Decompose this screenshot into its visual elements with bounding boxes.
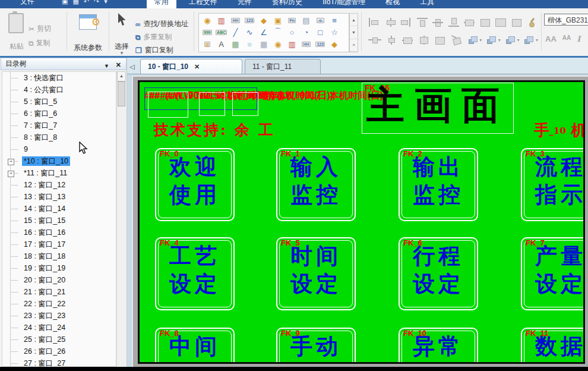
move-up-button-caret-icon[interactable]: ▾ xyxy=(498,37,501,43)
find-replace-address-button[interactable]: ∞查找/替换地址 xyxy=(135,19,188,29)
tree-item-23-23[interactable]: 23 : 窗口_23 xyxy=(2,310,116,322)
italic-button[interactable]: I xyxy=(577,34,580,43)
scale-icon[interactable]: ||| xyxy=(200,38,214,50)
decrease-font-size-button[interactable]: AA xyxy=(562,34,571,43)
support-text[interactable]: 技术支持: 余 工 xyxy=(154,120,275,140)
tab-close-icon[interactable]: ✕ xyxy=(194,63,200,71)
menu-tab-IIoT/能源管理[interactable]: IIoT/能源管理 xyxy=(315,0,373,8)
menu-tab-元件[interactable]: 元件 xyxy=(230,0,260,8)
rectangle-icon[interactable]: □ xyxy=(313,26,327,38)
set-bit-key-icon[interactable]: HH xyxy=(229,14,243,26)
paste-icon[interactable] xyxy=(8,13,24,33)
tree-item-21-21[interactable]: 21 : 窗口_21 xyxy=(2,286,116,298)
hmi-screen-canvas[interactable]: ####(LW_9012 : 本机时间(时))##_##(LW_9015 : 本… xyxy=(140,82,583,362)
select-caret-icon[interactable]: ▾ xyxy=(118,50,126,56)
tree-item-4-[interactable]: 4 : 公共窗口 xyxy=(2,84,116,96)
bit-lamp-icon[interactable]: ◉ xyxy=(200,14,214,26)
fk-button-FK_10[interactable]: FK_10异常信息 xyxy=(399,328,478,362)
align-right-icon[interactable] xyxy=(400,18,411,27)
switch-icon[interactable]: ▣ xyxy=(271,14,285,26)
align-bottom-icon[interactable] xyxy=(447,18,459,27)
save-icon[interactable]: ▣ xyxy=(62,0,68,5)
system-parameters-button[interactable]: 系统参数 xyxy=(67,43,109,53)
slider-icon[interactable]: -o- xyxy=(313,14,327,26)
multi-state-switch-icon[interactable]: ▥ xyxy=(214,14,229,26)
same-width-icon[interactable] xyxy=(463,18,474,27)
distribute-vertical-icon[interactable] xyxy=(385,36,397,45)
tree-item-18-18[interactable]: 18 : 窗口_18 xyxy=(2,250,116,262)
toolbox-scroll-up-icon[interactable]: ▲ xyxy=(350,14,358,26)
tag-icon[interactable]: ◆ xyxy=(257,14,271,26)
multi-copy-button[interactable]: ⧉多重复制 xyxy=(135,32,172,42)
toolbox-scroll-down-icon[interactable]: ▼ xyxy=(350,26,358,39)
copy-button[interactable]: ⧉ 复制 xyxy=(29,38,50,48)
tree-item-15-15[interactable]: 15 : 窗口_15 xyxy=(2,215,116,227)
bring-to-front-button[interactable] xyxy=(467,36,479,45)
tag2-icon[interactable]: ◆ xyxy=(327,38,342,50)
stretch-height-icon[interactable] xyxy=(418,36,429,45)
send-to-back-button[interactable] xyxy=(523,36,535,45)
pie-icon[interactable]: ◔ xyxy=(299,26,314,38)
toolbox-more-icon[interactable]: ≡ xyxy=(350,39,358,52)
set-bit-key2-icon[interactable]: HH xyxy=(299,38,314,50)
align-middle-icon[interactable] xyxy=(431,18,442,27)
paste-button[interactable]: 粘贴 xyxy=(5,42,29,52)
fk-button-FK_9[interactable]: FK_9手动测试 xyxy=(276,328,356,362)
redo-icon[interactable]: ↷ xyxy=(94,0,99,5)
tree-item-9[interactable]: 9 xyxy=(2,143,116,155)
menu-tab-资料/历史[interactable]: 资料/历史 xyxy=(264,0,310,8)
expand-icon[interactable]: + xyxy=(8,159,14,165)
preview-icon[interactable]: ▦ xyxy=(72,0,78,5)
fk-button-FK_4[interactable]: FK_4工艺设定 xyxy=(155,237,235,310)
tree-item-13-13[interactable]: 13 : 窗口_13 xyxy=(2,191,116,203)
menu-tab-常用[interactable]: 常用 xyxy=(147,0,176,8)
numeric-display-box[interactable] xyxy=(232,92,258,116)
pin-icon[interactable] xyxy=(526,18,537,27)
tree-item-24-24[interactable]: 24 : 窗口_24 xyxy=(2,322,116,334)
fk-button-FK_0[interactable]: FK_0欢迎使用 xyxy=(155,148,235,221)
filled-rect-icon[interactable]: ■ xyxy=(242,38,257,50)
nudge-icon[interactable] xyxy=(510,18,521,27)
tab-window-11[interactable]: 11 - 窗口_11 xyxy=(245,59,321,74)
same-size-icon[interactable] xyxy=(479,18,490,27)
window-copy-button[interactable]: ❐窗口复制 xyxy=(135,45,173,55)
tree-item-14-14[interactable]: 14 : 窗口_14 xyxy=(2,203,116,215)
fk-button-FK_6[interactable]: FK_6行程设定 xyxy=(399,237,478,310)
fk-button-FK_8[interactable]: FK_8中间启动 xyxy=(155,328,235,362)
panel-close-icon[interactable]: ✕ xyxy=(116,59,121,71)
menu-tab-工具[interactable]: 工具 xyxy=(412,0,442,8)
menu-tab-检视[interactable]: 检视 xyxy=(378,0,407,8)
tree-item-6-6[interactable]: 6 : 窗口_6 xyxy=(2,108,116,120)
tree-scrollbar[interactable]: ▲ xyxy=(116,71,126,367)
multi-state-switch2-icon[interactable]: ▥ xyxy=(285,38,299,50)
toolbox-scrollbar[interactable]: ▲▼≡ xyxy=(349,13,358,52)
tab-scroll-left-icon[interactable]: ◁ xyxy=(129,63,134,71)
file-menu[interactable]: 文件 xyxy=(14,0,40,8)
right-edge-text[interactable]: 手 _10 机 xyxy=(534,120,583,141)
tree-item-5-5[interactable]: 5 : 窗口_5 xyxy=(2,96,116,108)
move-down-button-caret-icon[interactable]: ▾ xyxy=(517,37,519,43)
table-icon[interactable]: ▦ xyxy=(257,38,271,50)
wave-icon[interactable]: ∿ xyxy=(242,26,257,38)
tab-window-10[interactable]: 10 - 窗口_10 ✕ xyxy=(140,59,242,74)
fk-button-FK_1[interactable]: FK_1输入监控 xyxy=(276,148,356,221)
picture-icon[interactable]: ▦ xyxy=(229,38,243,50)
fk-button-FK_3[interactable]: FK_3流程指示 xyxy=(521,148,583,221)
tree-item--11-11[interactable]: +*11 : 窗口_11 xyxy=(2,167,116,179)
ascii-display-icon[interactable]: ABC xyxy=(214,26,229,38)
system-parameters-icon[interactable] xyxy=(79,14,97,30)
screen-title-object[interactable]: FK_36 主画面 xyxy=(362,83,514,134)
menu-tab-工程文件[interactable]: 工程文件 xyxy=(181,0,225,8)
undo-icon[interactable]: ↶ xyxy=(84,0,89,5)
bit-lamp2-icon[interactable]: ◉ xyxy=(271,38,285,50)
tree-item--10-10[interactable]: +*10 : 窗口_10 xyxy=(2,155,116,167)
numeric-display-icon[interactable]: 999 xyxy=(200,26,214,38)
align-left-icon[interactable] xyxy=(368,18,380,27)
tree-item-19-19[interactable]: 19 : 窗口_19 xyxy=(2,262,116,274)
text-icon[interactable]: A xyxy=(214,38,229,50)
increase-font-size-button[interactable]: AA xyxy=(545,34,557,43)
tree-item-20-20[interactable]: 20 : 窗口_20 xyxy=(2,274,116,286)
expand-icon[interactable]: + xyxy=(8,171,14,177)
arc-icon[interactable]: ⌒ xyxy=(271,26,285,38)
cut-button[interactable]: ✂ 剪切 xyxy=(29,24,51,34)
